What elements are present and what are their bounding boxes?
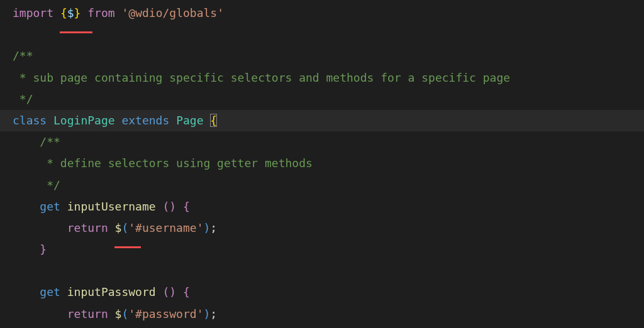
paren-open: ( — [121, 307, 128, 320]
keyword-get: get — [40, 200, 60, 213]
code-line-15[interactable]: return $('#password'); — [0, 303, 644, 325]
code-line-4[interactable]: * sub page containing specific selectors… — [0, 67, 644, 89]
brace-open: { — [210, 114, 217, 127]
space — [176, 285, 183, 298]
space — [47, 114, 53, 127]
identifier-dollar: $ — [67, 6, 74, 19]
paren-open: ( — [121, 221, 128, 234]
indent — [13, 221, 67, 234]
keyword-extends: extends — [121, 114, 169, 127]
space — [53, 6, 60, 19]
brace-close: } — [74, 6, 81, 19]
space — [156, 285, 163, 298]
comment-open: /** — [13, 49, 33, 62]
semicolon: ; — [210, 221, 217, 234]
code-line-6[interactable]: class LoginPage extends Page { — [0, 110, 644, 131]
brace-open: { — [183, 200, 190, 213]
comment-body: * define selectors using getter methods — [13, 156, 313, 170]
comment-close: */ — [13, 178, 60, 192]
comment-open: /** — [13, 135, 60, 148]
code-line-9[interactable]: */ — [0, 175, 644, 196]
code-line-1[interactable]: import {$} from '@wdio/globals' — [0, 3, 644, 24]
space — [108, 221, 115, 234]
comment-body: * sub page containing specific selectors… — [13, 71, 510, 84]
method-name: inputPassword — [67, 285, 156, 298]
keyword-class: class — [13, 114, 47, 127]
brace-open: { — [183, 285, 190, 298]
string-selector: '#password' — [128, 307, 203, 320]
space — [115, 114, 122, 127]
keyword-return: return — [67, 307, 108, 320]
code-line-8[interactable]: * define selectors using getter methods — [0, 153, 644, 174]
keyword-from: from — [87, 6, 114, 19]
indent — [13, 243, 40, 256]
code-line-5[interactable]: */ — [0, 89, 644, 110]
method-name: inputUsername — [67, 200, 156, 213]
code-line-12[interactable]: } — [0, 239, 644, 260]
paren-close: ) — [203, 307, 210, 320]
space — [108, 307, 115, 320]
class-name: LoginPage — [53, 114, 115, 127]
parent-class-name: Page — [176, 114, 203, 127]
indent — [13, 307, 67, 320]
string-selector: '#username' — [128, 221, 203, 234]
parens: () — [162, 200, 176, 213]
indent — [13, 285, 40, 298]
string-module: '@wdio/globals' — [121, 6, 224, 19]
space — [176, 200, 183, 213]
space — [156, 200, 163, 213]
code-editor[interactable]: import {$} from '@wdio/globals' /** * su… — [0, 3, 644, 328]
brace-close: } — [40, 243, 47, 256]
code-line-16[interactable]: } — [0, 325, 644, 328]
space — [80, 6, 87, 19]
semicolon: ; — [210, 307, 217, 320]
code-line-11[interactable]: return $('#username'); — [0, 217, 644, 239]
function-dollar: $ — [115, 221, 122, 234]
code-line-3[interactable]: /** — [0, 45, 644, 67]
space — [60, 285, 67, 298]
space — [169, 114, 176, 127]
code-line-13-blank[interactable] — [0, 260, 644, 282]
space — [203, 114, 210, 127]
keyword-get: get — [40, 285, 60, 298]
space — [115, 6, 122, 19]
code-line-10[interactable]: get inputUsername () { — [0, 196, 644, 217]
brace-open: { — [60, 6, 67, 19]
indent — [13, 200, 40, 213]
code-line-7[interactable]: /** — [0, 131, 644, 153]
keyword-import: import — [13, 6, 53, 19]
function-dollar: $ — [115, 307, 122, 320]
paren-close: ) — [203, 221, 210, 234]
code-line-2-blank[interactable] — [0, 24, 644, 45]
keyword-return: return — [67, 221, 108, 234]
comment-close: */ — [13, 92, 33, 106]
parens: () — [162, 285, 176, 298]
code-line-14[interactable]: get inputPassword () { — [0, 282, 644, 303]
space — [60, 200, 67, 213]
